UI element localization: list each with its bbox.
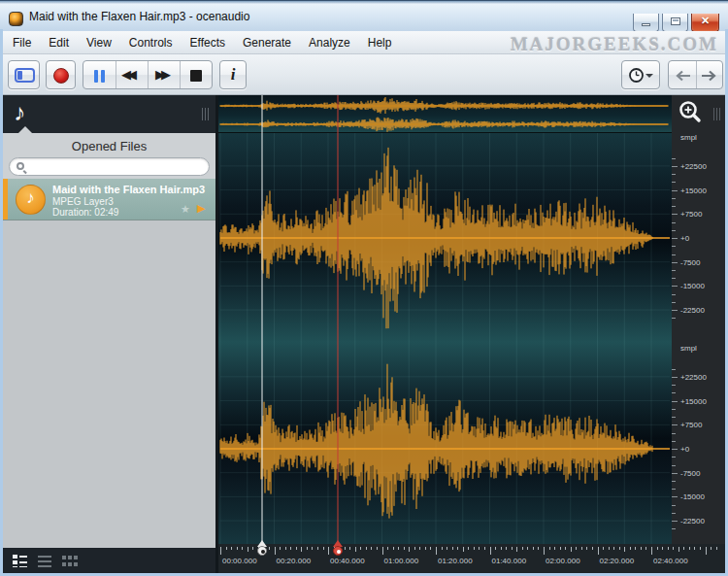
timeline-tick — [457, 547, 458, 550]
minimize-button[interactable] — [633, 14, 659, 32]
title-bar[interactable]: Maid with the Flaxen Hair.mp3 - ocenaudi… — [0, 0, 728, 31]
scale-value-label: -7500 — [680, 258, 700, 267]
menu-controls[interactable]: Controls — [120, 33, 182, 52]
sidebar-bottom-bar — [3, 548, 215, 573]
timeline-tick — [549, 547, 550, 550]
playhead-pin[interactable] — [332, 540, 344, 559]
waveform-display[interactable] — [218, 95, 672, 544]
timeline-tick — [409, 547, 410, 552]
scale-tick — [672, 424, 678, 425]
play-file-icon[interactable]: ▶ — [197, 202, 205, 215]
scale-tick — [672, 441, 676, 442]
timeline-tick — [479, 547, 480, 550]
view-details-button[interactable] — [13, 555, 27, 567]
timeline-label: 01:00.000 — [384, 557, 419, 565]
sidebar-grip-handle[interactable] — [202, 108, 209, 120]
toggle-sidebar-button[interactable] — [8, 60, 40, 89]
record-button[interactable] — [46, 60, 76, 89]
menu-file[interactable]: File — [4, 33, 40, 52]
scale-tick — [672, 278, 676, 279]
stop-button[interactable] — [180, 61, 212, 88]
view-list-button[interactable] — [38, 555, 51, 567]
file-list-empty-area[interactable] — [3, 220, 215, 548]
menu-view[interactable]: View — [78, 33, 120, 52]
scale-tick — [672, 481, 676, 482]
timeline-tick — [312, 547, 313, 550]
pause-button[interactable] — [83, 61, 116, 88]
timeline-tick — [716, 547, 717, 550]
timeline-tick — [689, 547, 690, 550]
timeline-tick — [447, 547, 447, 550]
menu-help[interactable]: Help — [359, 33, 401, 52]
timeline-tick — [328, 547, 329, 555]
scale-tick — [672, 385, 676, 386]
menu-effects[interactable]: Effects — [182, 33, 234, 52]
scale-value-label: +22500 — [680, 373, 707, 382]
scale-value-label: -7500 — [680, 469, 700, 478]
info-button[interactable]: i — [219, 60, 247, 89]
view-grid-button[interactable] — [62, 555, 78, 567]
selected-accent-bar — [3, 179, 8, 220]
scale-tick — [672, 318, 676, 319]
timeline-tick — [349, 547, 350, 550]
music-note-tab-icon[interactable]: ♪ — [14, 99, 25, 126]
timeline-tick — [269, 547, 270, 550]
time-format-button[interactable] — [621, 60, 660, 89]
maximize-icon — [671, 17, 680, 25]
timeline-ruler[interactable]: 00:00.00000:20.00000:40.00001:00.00001:2… — [218, 544, 725, 573]
timeline-tick — [404, 547, 405, 550]
scale-tick — [672, 174, 676, 175]
cursor-pin[interactable] — [256, 540, 268, 559]
menu-analyze[interactable]: Analyze — [300, 33, 359, 52]
scale-grip-handle[interactable] — [713, 108, 720, 120]
timeline-tick — [522, 547, 523, 550]
timeline-tick — [538, 547, 539, 550]
scale-tick — [672, 528, 676, 529]
timeline-tick — [598, 547, 599, 555]
timeline-tick — [360, 547, 361, 550]
scale-tick — [672, 401, 678, 402]
scale-tick — [672, 496, 678, 497]
close-button[interactable]: ✕ — [691, 14, 719, 32]
timeline-tick — [613, 547, 614, 550]
timeline-tick — [506, 547, 507, 550]
timeline-tick — [576, 547, 577, 550]
scale-value-label: -22500 — [680, 306, 705, 315]
timeline-tick — [436, 547, 437, 555]
timeline-tick — [586, 547, 587, 550]
timeline-tick — [382, 547, 383, 555]
timeline-tick — [317, 547, 318, 550]
nav-back-button[interactable] — [669, 61, 696, 88]
menu-generate[interactable]: Generate — [234, 33, 300, 52]
opened-files-title: Opened Files — [3, 139, 215, 153]
search-input[interactable] — [9, 157, 210, 176]
rewind-button[interactable]: ◀◀ — [116, 61, 148, 88]
maximize-button[interactable] — [662, 14, 688, 32]
timeline-tick — [323, 547, 324, 550]
timeline-tick — [442, 547, 443, 550]
timeline-tick — [484, 547, 485, 550]
timeline-tick — [296, 547, 297, 550]
favorite-star-icon[interactable]: ★ — [181, 203, 190, 216]
timeline-tick — [645, 547, 646, 550]
timeline-tick — [280, 547, 281, 550]
scale-value-label: -15000 — [680, 282, 705, 290]
timeline-tick — [252, 547, 253, 550]
timeline-tick — [242, 547, 243, 550]
zoom-icon[interactable] — [678, 99, 705, 126]
timeline-label: 01:40.000 — [492, 557, 527, 565]
nav-forward-button[interactable] — [696, 61, 722, 88]
timeline-tick — [635, 547, 636, 550]
file-name: Maid with the Flaxen Hair.mp3 — [52, 184, 205, 195]
scale-tick — [672, 473, 678, 474]
file-list-item[interactable]: ♪ Maid with the Flaxen Hair.mp3 MPEG Lay… — [3, 179, 215, 220]
timeline-tick — [516, 547, 517, 552]
menu-edit[interactable]: Edit — [40, 33, 78, 52]
fast-forward-button[interactable]: ▶▶ — [148, 61, 180, 88]
scale-tick — [672, 182, 676, 183]
timeline-tick — [662, 547, 663, 550]
scale-tick — [672, 246, 676, 247]
timeline-tick — [345, 547, 346, 550]
timeline-tick — [307, 547, 308, 550]
timeline-tick — [544, 547, 545, 555]
